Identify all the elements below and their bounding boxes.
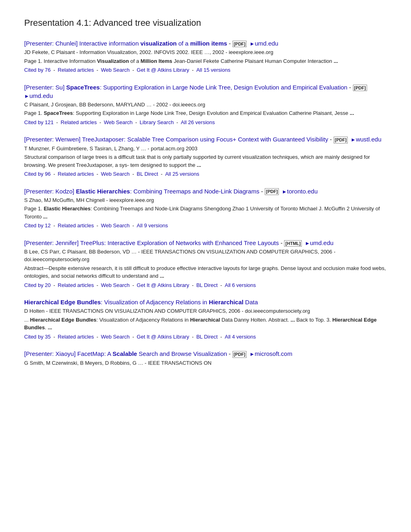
arrow-icon: ► bbox=[282, 189, 287, 195]
result-action-link[interactable]: Get It @ Atkins Library bbox=[137, 334, 189, 340]
result-action-link[interactable]: Related articles bbox=[58, 171, 94, 177]
result-action-link[interactable]: Web Search bbox=[104, 119, 133, 125]
separator: - bbox=[95, 67, 100, 73]
result-action-link[interactable]: Get It @ Atkins Library bbox=[137, 282, 189, 288]
result-action-link[interactable]: BL Direct bbox=[137, 171, 158, 177]
separator: - bbox=[134, 119, 139, 125]
result-action-link[interactable]: Related articles bbox=[58, 282, 94, 288]
source-link[interactable]: wustl.edu bbox=[356, 136, 381, 143]
separator: - bbox=[95, 334, 100, 340]
result-item: Hierarchical Edge Bundles: Visualization… bbox=[24, 298, 387, 341]
result-title: [Presenter: Chunlei] Interactive informa… bbox=[24, 39, 387, 48]
result-action-link[interactable]: Web Search bbox=[101, 171, 130, 177]
result-meta: B Lee, CS Parr, C Plaisant, BB Bederson,… bbox=[24, 248, 387, 264]
result-meta: G Smith, M Czerwinski, B Meyers, D Robbi… bbox=[24, 359, 387, 367]
separator: - bbox=[131, 222, 136, 229]
separator: - bbox=[95, 282, 100, 288]
separator: - bbox=[175, 119, 180, 125]
result-snippet: Structural comparison of large trees is … bbox=[24, 153, 387, 169]
separator: - bbox=[131, 282, 136, 288]
separator: - bbox=[52, 67, 57, 73]
result-title: [Presenter: Wenwen] TreeJuxtaposer: Scal… bbox=[24, 135, 387, 143]
separator: - bbox=[131, 67, 136, 73]
result-links: Cited by 20 - Related articles - Web Sea… bbox=[24, 281, 387, 289]
result-meta: JD Fekete, C Plaisant - Information Visu… bbox=[24, 48, 387, 56]
result-action-link[interactable]: Cited by 12 bbox=[24, 222, 51, 229]
result-item: [Presenter: Xiaoyu] FacetMap: A Scalable… bbox=[24, 349, 387, 367]
arrow-icon: ► bbox=[305, 240, 310, 246]
result-meta: T Munzner, F Guimbretiere, S Tasiran, L … bbox=[24, 145, 387, 153]
result-links: Cited by 96 - Related articles - Web Sea… bbox=[24, 170, 387, 178]
result-action-link[interactable]: Web Search bbox=[101, 334, 130, 340]
source-link[interactable]: microsoft.com bbox=[255, 350, 292, 357]
result-link[interactable]: [Presenter: Kodzo] Elastic Hierarchies: … bbox=[24, 188, 259, 195]
result-meta: D Holten - IEEE TRANSACTIONS ON VISUALIZ… bbox=[24, 307, 387, 315]
arrow-icon: ► bbox=[24, 93, 29, 99]
result-action-link[interactable]: All 15 versions bbox=[196, 67, 230, 73]
separator: - bbox=[159, 171, 164, 177]
separator: - bbox=[95, 171, 100, 177]
result-action-link[interactable]: Cited by 96 bbox=[24, 171, 51, 177]
arrow-icon: ► bbox=[249, 41, 255, 47]
results-container: [Presenter: Chunlei] Interactive informa… bbox=[24, 39, 387, 367]
result-item: [Presenter: Su] SpaceTrees: Supporting E… bbox=[24, 83, 387, 127]
result-action-link[interactable]: Cited by 35 bbox=[24, 334, 51, 340]
result-links: Cited by 35 - Related articles - Web Sea… bbox=[24, 333, 387, 341]
format-tag: [PDF] bbox=[334, 137, 348, 143]
result-action-link[interactable]: Web Search bbox=[101, 222, 130, 229]
result-item: [Presenter: Wenwen] TreeJuxtaposer: Scal… bbox=[24, 135, 387, 178]
source-link[interactable]: umd.edu bbox=[255, 40, 278, 47]
result-snippet: Page 1. Elastic Hierarchies: Combining T… bbox=[24, 205, 387, 220]
result-title: [Presenter: Su] SpaceTrees: Supporting E… bbox=[24, 83, 387, 100]
result-action-link[interactable]: Web Search bbox=[101, 67, 130, 73]
result-title: [Presenter: Jennifer] TreePlus: Interact… bbox=[24, 239, 387, 247]
result-action-link[interactable]: BL Direct bbox=[196, 334, 218, 340]
result-action-link[interactable]: Cited by 20 bbox=[24, 282, 51, 288]
result-snippet: Abstract—Despite extensive research, it … bbox=[24, 264, 387, 280]
result-title: Hierarchical Edge Bundles: Visualization… bbox=[24, 298, 387, 306]
result-action-link[interactable]: Cited by 76 bbox=[24, 67, 51, 73]
separator: - bbox=[98, 119, 103, 125]
result-action-link[interactable]: All 26 versions bbox=[181, 119, 215, 125]
result-links: Cited by 76 - Related articles - Web Sea… bbox=[24, 66, 387, 74]
result-link[interactable]: [Presenter: Xiaoyu] FacetMap: A Scalable… bbox=[24, 350, 227, 357]
result-item: [Presenter: Chunlei] Interactive informa… bbox=[24, 39, 387, 74]
separator: - bbox=[52, 222, 57, 229]
page-title: Presentation 4.1: Advanced tree visualiz… bbox=[24, 16, 387, 29]
result-link[interactable]: [Presenter: Wenwen] TreeJuxtaposer: Scal… bbox=[24, 136, 328, 143]
format-tag: [PDF] bbox=[265, 188, 279, 195]
result-link[interactable]: [Presenter: Su] SpaceTrees: Supporting E… bbox=[24, 84, 347, 91]
separator: - bbox=[131, 334, 136, 340]
result-snippet: Page 1. Interactive Information Visualiz… bbox=[24, 57, 387, 65]
result-action-link[interactable]: Web Search bbox=[101, 282, 130, 288]
result-action-link[interactable]: All 25 versions bbox=[165, 171, 199, 177]
source-link[interactable]: umd.edu bbox=[29, 92, 53, 99]
result-action-link[interactable]: All 4 versions bbox=[225, 334, 256, 340]
result-action-link[interactable]: Cited by 121 bbox=[24, 119, 54, 125]
result-title: [Presenter: Kodzo] Elastic Hierarchies: … bbox=[24, 187, 387, 195]
result-action-link[interactable]: Get It @ Atkins Library bbox=[137, 67, 189, 73]
separator: - bbox=[191, 67, 195, 73]
separator: - bbox=[219, 334, 224, 340]
result-action-link[interactable]: BL Direct bbox=[196, 282, 218, 288]
result-action-link[interactable]: All 9 versions bbox=[137, 222, 168, 229]
result-action-link[interactable]: Related articles bbox=[58, 222, 94, 229]
result-meta: C Plaisant, J Grosjean, BB Bedersonn, MA… bbox=[24, 101, 387, 109]
separator: - bbox=[52, 334, 57, 340]
source-link[interactable]: toronto.edu bbox=[287, 188, 318, 195]
result-link[interactable]: [Presenter: Jennifer] TreePlus: Interact… bbox=[24, 239, 279, 246]
result-action-link[interactable]: Related articles bbox=[61, 119, 97, 125]
source-link[interactable]: umd.edu bbox=[310, 239, 333, 246]
separator: - bbox=[191, 334, 195, 340]
result-snippet: ... Hierarchical Edge Bundles: Visualiza… bbox=[24, 316, 387, 332]
result-action-link[interactable]: Related articles bbox=[58, 334, 94, 340]
format-tag: [PDF] bbox=[353, 85, 367, 91]
result-action-link[interactable]: All 6 versions bbox=[225, 282, 256, 288]
format-tag: [PDF] bbox=[232, 351, 247, 357]
result-item: [Presenter: Jennifer] TreePlus: Interact… bbox=[24, 239, 387, 289]
result-link[interactable]: [Presenter: Chunlei] Interactive informa… bbox=[24, 40, 227, 47]
separator: - bbox=[52, 171, 57, 177]
result-action-link[interactable]: Library Search bbox=[140, 119, 174, 125]
result-link[interactable]: Hierarchical Edge Bundles: Visualization… bbox=[24, 299, 258, 305]
result-action-link[interactable]: Related articles bbox=[58, 67, 94, 73]
